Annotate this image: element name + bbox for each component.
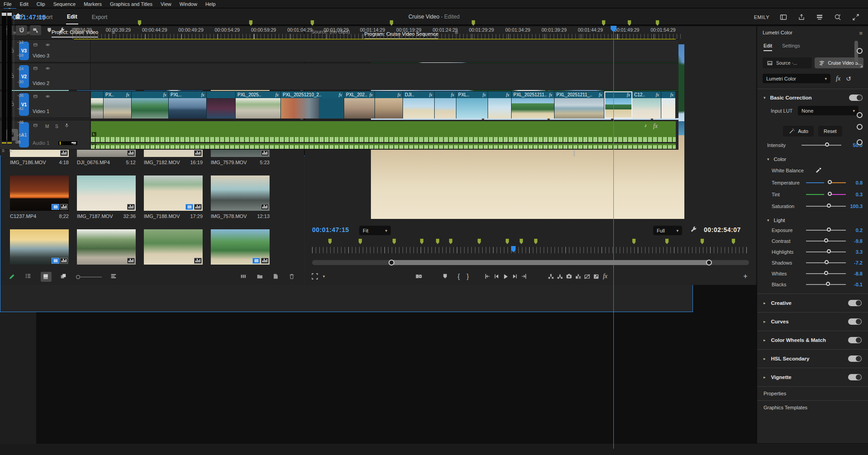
fullscreen-icon[interactable] [852, 14, 860, 21]
panel-icon[interactable] [779, 14, 787, 21]
scroll-handle-left[interactable] [389, 260, 394, 265]
lumetri-section-row[interactable]: ▸ Vignette [757, 368, 868, 386]
sequence-marker-icon[interactable] [420, 238, 424, 244]
light-slider[interactable] [806, 228, 846, 233]
slider-value[interactable]: -8.8 [846, 271, 863, 276]
light-section-header[interactable]: Light [774, 218, 863, 223]
extract-icon[interactable] [555, 272, 564, 280]
bin-item[interactable]: IMG_7578.MOV 12:13 [211, 175, 278, 229]
source-clip-button[interactable]: Source ·... [763, 57, 812, 68]
slider-value[interactable]: 0.3 [846, 192, 863, 197]
color-section-header[interactable]: Color [774, 156, 863, 162]
light-slider[interactable] [806, 238, 846, 244]
fx-badge-icon[interactable]: fx [601, 272, 610, 280]
sequence-marker-icon[interactable] [449, 238, 453, 244]
clip-thumbnail[interactable] [144, 175, 203, 211]
bin-item[interactable]: IMG_7188.MOV 17:29 [144, 175, 211, 229]
light-slider[interactable] [806, 271, 846, 276]
solo-button[interactable]: S [2, 148, 5, 153]
program-zoom-scrollbar[interactable] [312, 260, 749, 265]
global-fx-mute-icon[interactable] [583, 272, 592, 280]
section-toggle[interactable] [848, 337, 862, 343]
chevron-down-icon[interactable]: ▾ [319, 272, 328, 280]
sequence-marker-icon[interactable] [328, 238, 332, 244]
fx-badge-icon[interactable]: fx [836, 75, 840, 82]
section-toggle[interactable] [848, 355, 862, 362]
lumetri-tab[interactable]: Settings [782, 43, 800, 51]
pencil-icon[interactable] [8, 273, 16, 280]
workspaces-icon[interactable] [816, 14, 824, 21]
light-slider[interactable] [806, 282, 846, 287]
menu-item[interactable]: Edit [20, 1, 28, 7]
menu-item[interactable]: Help [205, 1, 216, 7]
light-slider[interactable] [806, 260, 846, 265]
thumbnail-zoom-slider[interactable] [76, 275, 102, 279]
share-icon[interactable] [797, 14, 806, 21]
sequence-marker-icon[interactable] [505, 238, 509, 244]
section-toggle[interactable] [848, 318, 862, 325]
color-slider[interactable] [806, 204, 846, 209]
lumetri-tab[interactable]: Edit [764, 43, 772, 51]
bin-item[interactable] [10, 229, 77, 271]
sort-icon[interactable] [110, 273, 118, 280]
settings-wrench-icon[interactable] [690, 226, 697, 233]
bin-item[interactable] [211, 229, 278, 271]
basic-correction-header[interactable]: Basic Correction [770, 95, 844, 100]
intensity-slider[interactable] [802, 142, 841, 148]
mark-out-icon[interactable]: } [463, 272, 472, 280]
sequence-marker-icon[interactable] [519, 238, 523, 244]
color-slider[interactable] [806, 192, 846, 197]
color-slider[interactable] [806, 180, 846, 185]
list-view-icon[interactable] [24, 273, 33, 280]
fit-dropdown[interactable]: Fit▾ [359, 226, 391, 235]
slider-value[interactable]: -9.8 [846, 238, 863, 244]
sequence-marker-icon[interactable] [358, 238, 362, 244]
icon-view-icon[interactable] [41, 272, 52, 282]
solo-button[interactable]: S [9, 148, 12, 153]
sequence-marker-icon[interactable] [700, 238, 704, 244]
menu-item[interactable]: Clip [37, 1, 45, 7]
lift-icon[interactable] [546, 272, 555, 280]
sequence-marker-icon[interactable] [534, 238, 538, 244]
lumetri-section-row[interactable]: ▸ HSL Secondary [757, 349, 868, 368]
trash-icon[interactable] [289, 273, 297, 280]
step-back-icon[interactable] [492, 272, 501, 280]
export-icon[interactable] [592, 272, 601, 280]
chevron-down-icon[interactable]: ▾ [767, 157, 769, 161]
comparison-view-icon[interactable] [414, 272, 423, 280]
slider-value[interactable]: -7.2 [846, 260, 863, 265]
step-forward-icon[interactable] [510, 272, 519, 280]
program-ruler[interactable] [312, 247, 749, 253]
clip-thumbnail[interactable] [10, 175, 69, 211]
chevron-right-icon[interactable]: ▸ [764, 319, 766, 324]
go-to-out-icon[interactable] [519, 272, 528, 280]
input-lut-dropdown[interactable]: None▾ [798, 106, 859, 115]
playback-resolution-dropdown[interactable]: Full▾ [653, 226, 682, 235]
export-frame-icon[interactable] [564, 272, 574, 280]
quick-export-search-icon[interactable] [834, 14, 842, 21]
add-marker-icon[interactable] [441, 272, 450, 280]
safe-margins-icon[interactable] [310, 272, 319, 280]
program-timecode[interactable]: 00:01:47:15 [312, 226, 349, 233]
eyedropper-icon[interactable] [815, 167, 822, 174]
menu-item[interactable]: Sequence [53, 1, 76, 7]
effect-select[interactable]: Lumetri Color▾ [763, 74, 830, 83]
menu-item[interactable]: File [4, 1, 12, 7]
go-to-in-icon[interactable] [483, 272, 492, 280]
new-item-icon[interactable] [272, 273, 280, 280]
collapsed-panel-header[interactable]: Properties [757, 386, 868, 400]
lumetri-section-row[interactable]: ▸ Curves [757, 312, 868, 331]
chevron-right-icon[interactable]: ▸ [764, 338, 766, 342]
menu-item[interactable]: Graphics and Titles [110, 1, 152, 7]
clip-thumbnail[interactable] [77, 229, 136, 265]
section-toggle[interactable] [848, 300, 862, 306]
sequence-marker-icon[interactable] [436, 238, 440, 244]
reset-effect-icon[interactable]: ↺ [846, 75, 851, 82]
collapsed-panel-header[interactable]: Graphics Templates [757, 400, 868, 414]
lumetri-section-row[interactable]: ▸ Creative [757, 294, 868, 312]
clip-thumbnail[interactable] [144, 229, 203, 265]
freeform-view-icon[interactable] [60, 273, 68, 280]
auto-button[interactable]: Auto [783, 126, 814, 137]
clip-thumbnail[interactable] [211, 229, 270, 265]
menu-item[interactable]: Window [180, 1, 197, 7]
